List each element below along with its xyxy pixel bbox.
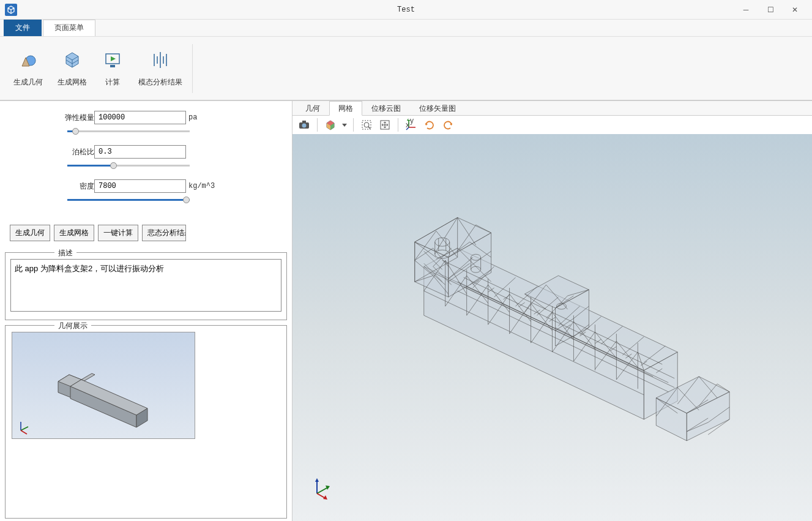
- camera-icon[interactable]: [296, 117, 312, 133]
- svg-text:y: y: [410, 119, 414, 125]
- menu-tab-file[interactable]: 文件: [4, 20, 42, 36]
- density-input[interactable]: [94, 179, 186, 193]
- svg-point-7: [302, 124, 307, 128]
- ribbon-label: 生成网格: [58, 77, 87, 88]
- btn-gen-mesh[interactable]: 生成网格: [54, 225, 94, 241]
- ribbon-calc[interactable]: 计算: [94, 47, 131, 90]
- view-tab-geom[interactable]: 几何: [296, 101, 329, 115]
- pan-icon[interactable]: [377, 117, 393, 133]
- geometry-preview-group: 几何展示: [5, 325, 287, 519]
- ribbon-label: 生成几何: [13, 77, 43, 88]
- description-legend: 描述: [54, 248, 76, 258]
- ribbon-modal[interactable]: 模态分析结果: [131, 47, 190, 90]
- svg-text:x: x: [406, 121, 409, 129]
- cube-view-icon[interactable]: [322, 117, 338, 133]
- title-bar: Test ─ ☐ ✕: [0, 0, 812, 20]
- rotate-ccw-icon[interactable]: [440, 117, 456, 133]
- density-label: 密度: [60, 181, 94, 192]
- dropdown-arrow-icon[interactable]: [341, 117, 348, 133]
- viewer-toolbar: zyx: [292, 116, 812, 134]
- view-tab-disp-vec[interactable]: 位移矢量图: [410, 101, 465, 115]
- geometry-legend: 几何展示: [54, 321, 91, 331]
- sphere-cone-icon: [17, 49, 39, 71]
- poisson-slider[interactable]: [67, 161, 190, 170]
- description-group: 描述: [5, 252, 287, 320]
- separator: [353, 118, 354, 132]
- svg-line-25: [317, 487, 328, 493]
- svg-line-3: [21, 427, 28, 430]
- wave-icon: [149, 49, 171, 71]
- left-panel: 弹性模量 pa 泊松比 密度 kg/m^3: [0, 101, 292, 521]
- density-unit: kg/m^3: [188, 182, 215, 190]
- btn-modal-result[interactable]: 悲态分析结果: [142, 225, 186, 241]
- svg-rect-2: [110, 65, 115, 67]
- action-buttons: 生成几何 生成网格 一键计算 悲态分析结果: [10, 225, 287, 241]
- ribbon: 生成几何 生成网格 计算 模态分析结果: [0, 37, 812, 100]
- description-text[interactable]: [10, 259, 281, 312]
- elastic-input[interactable]: [94, 111, 186, 124]
- axis-gizmo: [311, 476, 335, 503]
- svg-line-5: [21, 430, 27, 434]
- minimize-button[interactable]: ─: [734, 2, 758, 17]
- view-tabs: 几何 网格 位移云图 位移矢量图: [292, 101, 812, 116]
- rotate-cw-icon[interactable]: [422, 117, 438, 133]
- axes-icon[interactable]: zyx: [403, 117, 419, 133]
- poisson-label: 泊松比: [60, 147, 94, 157]
- maximize-button[interactable]: ☐: [758, 2, 783, 17]
- cube-mesh-icon: [61, 49, 83, 71]
- close-button[interactable]: ✕: [783, 2, 807, 17]
- elastic-slider[interactable]: [67, 127, 190, 135]
- svg-line-11: [368, 127, 370, 129]
- zoom-extent-icon[interactable]: [359, 117, 374, 133]
- viewport[interactable]: [292, 134, 812, 521]
- app-icon: [5, 4, 17, 16]
- density-slider[interactable]: [67, 195, 190, 204]
- separator: [192, 44, 193, 93]
- menu-tab-page[interactable]: 页面菜单: [43, 20, 95, 36]
- ribbon-gen-mesh[interactable]: 生成网格: [50, 47, 94, 90]
- window-title: Test: [0, 6, 812, 14]
- right-panel: 几何 网格 位移云图 位移矢量图: [292, 101, 812, 521]
- ribbon-label: 模态分析结果: [138, 77, 182, 88]
- geometry-preview[interactable]: [12, 332, 195, 439]
- separator: [398, 118, 398, 132]
- view-tab-disp-cloud[interactable]: 位移云图: [362, 101, 410, 115]
- ribbon-gen-geom[interactable]: 生成几何: [6, 47, 50, 90]
- svg-point-10: [364, 122, 369, 127]
- menu-tabs: 文件 页面菜单: [0, 20, 812, 37]
- play-icon: [102, 49, 124, 71]
- svg-rect-8: [302, 121, 306, 123]
- separator: [317, 118, 318, 132]
- btn-one-calc[interactable]: 一键计算: [98, 225, 138, 241]
- elastic-label: 弹性模量: [60, 113, 94, 123]
- view-tab-mesh[interactable]: 网格: [329, 101, 362, 116]
- btn-gen-geom[interactable]: 生成几何: [10, 225, 50, 241]
- ribbon-label: 计算: [105, 77, 120, 88]
- elastic-unit: pa: [188, 113, 197, 122]
- poisson-input[interactable]: [94, 145, 186, 159]
